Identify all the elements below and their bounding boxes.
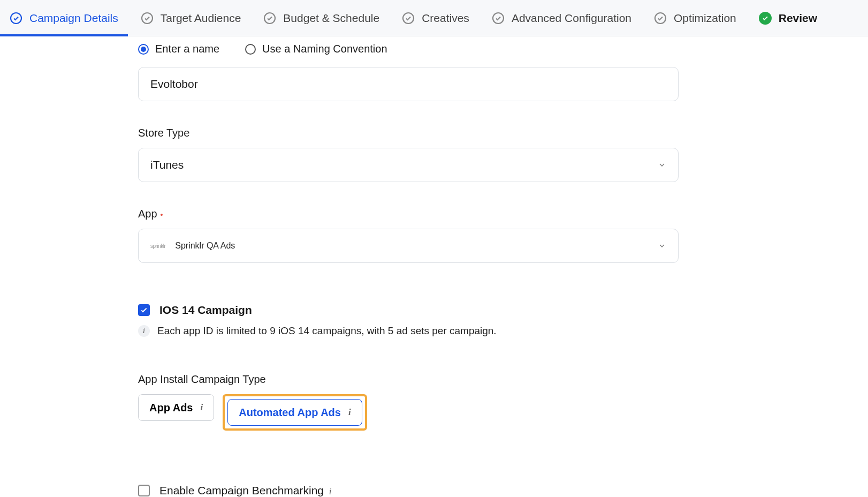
campaign-name-input[interactable] <box>138 67 679 101</box>
tab-review[interactable]: Review <box>759 0 817 36</box>
ios14-info-text: Each app ID is limited to 9 iOS 14 campa… <box>157 325 497 337</box>
tab-creatives[interactable]: Creatives <box>402 0 469 36</box>
benchmarking-checkbox[interactable] <box>138 485 150 496</box>
check-circle-icon <box>141 12 154 25</box>
ios14-label: IOS 14 Campaign <box>159 304 252 317</box>
check-circle-filled-icon <box>759 12 772 25</box>
app-name: Sprinklr QA Ads <box>175 241 235 251</box>
type-option-label: App Ads <box>149 402 193 414</box>
info-icon: i <box>348 407 351 418</box>
tab-label: Optimization <box>674 12 736 25</box>
app-label: App• <box>138 208 685 220</box>
tab-target-audience[interactable]: Target Audience <box>141 0 241 36</box>
store-type-select[interactable]: iTunes <box>138 148 679 182</box>
ios14-checkbox[interactable] <box>138 304 150 316</box>
ios14-checkbox-row: IOS 14 Campaign <box>138 304 685 317</box>
tab-label: Advanced Configuration <box>512 12 631 25</box>
radio-icon <box>245 44 256 55</box>
type-option-app-ads[interactable]: App Ads i <box>138 394 214 421</box>
info-icon: i <box>329 486 332 497</box>
chevron-down-icon <box>658 242 666 250</box>
check-circle-icon <box>10 12 22 25</box>
info-icon: i <box>200 402 203 413</box>
benchmarking-label: Enable Campaign Benchmarking i <box>159 484 332 497</box>
highlight-annotation: Automated App Ads i <box>223 394 367 431</box>
install-type-options: App Ads i Automated App Ads i <box>138 394 685 431</box>
type-option-label: Automated App Ads <box>239 406 341 419</box>
tab-optimization[interactable]: Optimization <box>654 0 736 36</box>
campaign-details-form: Enter a name Use a Naming Convention Sto… <box>0 36 685 497</box>
install-type-label: App Install Campaign Type <box>138 373 685 386</box>
name-mode-radios: Enter a name Use a Naming Convention <box>138 43 685 55</box>
ios14-info-row: i Each app ID is limited to 9 iOS 14 cam… <box>138 325 685 337</box>
required-dot-icon: • <box>161 210 163 219</box>
check-circle-icon <box>654 12 667 25</box>
tab-campaign-details[interactable]: Campaign Details <box>10 0 118 36</box>
tab-label: Target Audience <box>161 12 241 25</box>
tab-label: Campaign Details <box>29 12 118 25</box>
check-circle-icon <box>263 12 276 25</box>
radio-label: Enter a name <box>155 43 219 55</box>
radio-label: Use a Naming Convention <box>262 43 387 55</box>
radio-naming-convention[interactable]: Use a Naming Convention <box>245 43 387 55</box>
wizard-tabs: Campaign Details Target Audience Budget … <box>0 0 868 36</box>
store-type-label: Store Type <box>138 127 685 139</box>
radio-enter-name[interactable]: Enter a name <box>138 43 219 55</box>
benchmarking-row: Enable Campaign Benchmarking i <box>138 484 685 497</box>
tab-label: Review <box>779 12 817 25</box>
app-value: sprinklr Sprinklr QA Ads <box>150 241 235 251</box>
type-option-automated-app-ads[interactable]: Automated App Ads i <box>227 399 362 426</box>
tab-label: Creatives <box>422 12 469 25</box>
tab-label: Budget & Schedule <box>283 12 379 25</box>
tab-advanced-configuration[interactable]: Advanced Configuration <box>492 0 631 36</box>
tab-budget-schedule[interactable]: Budget & Schedule <box>263 0 379 36</box>
check-circle-icon <box>402 12 415 25</box>
store-type-value: iTunes <box>150 159 184 171</box>
app-logo-icon: sprinklr <box>150 243 165 249</box>
chevron-down-icon <box>658 161 666 169</box>
app-select[interactable]: sprinklr Sprinklr QA Ads <box>138 229 679 263</box>
radio-icon <box>138 44 149 55</box>
check-circle-icon <box>492 12 505 25</box>
info-icon: i <box>138 325 150 337</box>
